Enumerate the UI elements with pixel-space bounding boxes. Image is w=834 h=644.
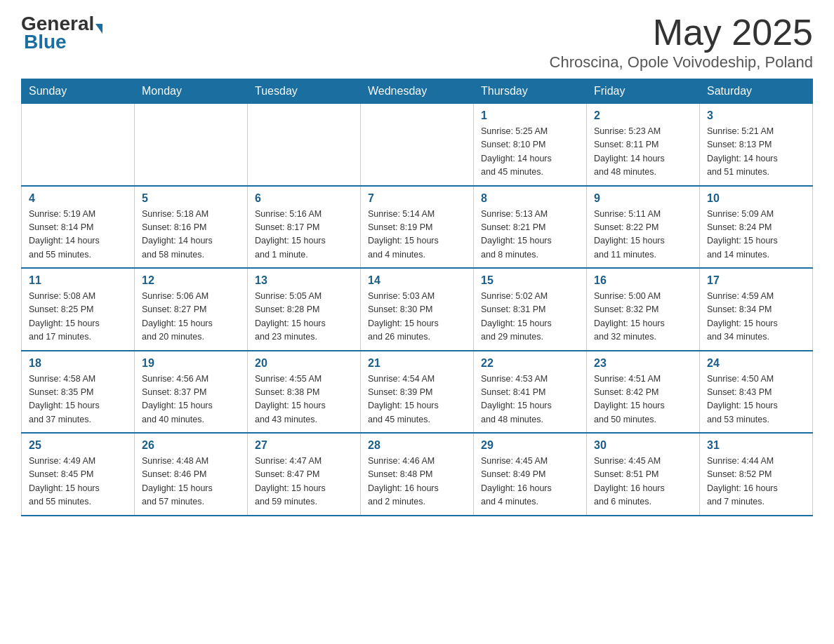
day-number: 5 [142, 192, 240, 205]
calendar-day-26: 26Sunrise: 4:48 AM Sunset: 8:46 PM Dayli… [135, 433, 248, 516]
day-info: Sunrise: 5:21 AM Sunset: 8:13 PM Dayligh… [707, 125, 805, 180]
day-number: 23 [594, 357, 692, 370]
column-header-tuesday: Tuesday [248, 79, 361, 104]
column-header-thursday: Thursday [474, 79, 587, 104]
day-info: Sunrise: 5:02 AM Sunset: 8:31 PM Dayligh… [481, 290, 579, 344]
calendar-day-13: 13Sunrise: 5:05 AM Sunset: 8:28 PM Dayli… [248, 268, 361, 351]
calendar-day-31: 31Sunrise: 4:44 AM Sunset: 8:52 PM Dayli… [700, 433, 813, 516]
day-info: Sunrise: 5:23 AM Sunset: 8:11 PM Dayligh… [594, 125, 692, 180]
logo-arrow-icon [95, 24, 102, 34]
day-number: 24 [707, 357, 805, 370]
calendar-day-16: 16Sunrise: 5:00 AM Sunset: 8:32 PM Dayli… [587, 268, 700, 351]
day-number: 19 [142, 357, 240, 370]
calendar-day-20: 20Sunrise: 4:55 AM Sunset: 8:38 PM Dayli… [248, 351, 361, 434]
day-info: Sunrise: 5:14 AM Sunset: 8:19 PM Dayligh… [368, 208, 466, 262]
calendar-table: SundayMondayTuesdayWednesdayThursdayFrid… [21, 79, 813, 516]
calendar-day-empty [248, 104, 361, 186]
day-number: 9 [594, 192, 692, 205]
day-number: 16 [594, 274, 692, 287]
calendar-day-29: 29Sunrise: 4:45 AM Sunset: 8:49 PM Dayli… [474, 433, 587, 516]
column-header-wednesday: Wednesday [361, 79, 474, 104]
calendar-day-5: 5Sunrise: 5:18 AM Sunset: 8:16 PM Daylig… [135, 186, 248, 269]
calendar-day-23: 23Sunrise: 4:51 AM Sunset: 8:42 PM Dayli… [587, 351, 700, 434]
day-number: 2 [594, 109, 692, 122]
calendar-week-row: 18Sunrise: 4:58 AM Sunset: 8:35 PM Dayli… [22, 351, 813, 434]
day-number: 15 [481, 274, 579, 287]
day-info: Sunrise: 4:55 AM Sunset: 8:38 PM Dayligh… [255, 373, 353, 427]
day-info: Sunrise: 5:06 AM Sunset: 8:27 PM Dayligh… [142, 290, 240, 344]
title-area: May 2025 Chroscina, Opole Voivodeship, P… [550, 14, 813, 72]
day-info: Sunrise: 4:48 AM Sunset: 8:46 PM Dayligh… [142, 455, 240, 509]
day-number: 22 [481, 357, 579, 370]
calendar-day-8: 8Sunrise: 5:13 AM Sunset: 8:21 PM Daylig… [474, 186, 587, 269]
day-info: Sunrise: 4:44 AM Sunset: 8:52 PM Dayligh… [707, 455, 805, 509]
calendar-day-11: 11Sunrise: 5:08 AM Sunset: 8:25 PM Dayli… [22, 268, 135, 351]
day-number: 29 [481, 439, 579, 452]
day-info: Sunrise: 5:11 AM Sunset: 8:22 PM Dayligh… [594, 208, 692, 262]
calendar-day-30: 30Sunrise: 4:45 AM Sunset: 8:51 PM Dayli… [587, 433, 700, 516]
day-info: Sunrise: 4:49 AM Sunset: 8:45 PM Dayligh… [29, 455, 127, 509]
calendar-day-empty [22, 104, 135, 186]
calendar-day-15: 15Sunrise: 5:02 AM Sunset: 8:31 PM Dayli… [474, 268, 587, 351]
day-number: 18 [29, 357, 127, 370]
day-info: Sunrise: 4:51 AM Sunset: 8:42 PM Dayligh… [594, 373, 692, 427]
day-number: 28 [368, 439, 466, 452]
logo-blue-text: Blue [24, 32, 67, 52]
day-number: 20 [255, 357, 353, 370]
day-number: 12 [142, 274, 240, 287]
calendar-day-14: 14Sunrise: 5:03 AM Sunset: 8:30 PM Dayli… [361, 268, 474, 351]
calendar-day-4: 4Sunrise: 5:19 AM Sunset: 8:14 PM Daylig… [22, 186, 135, 269]
day-info: Sunrise: 4:45 AM Sunset: 8:49 PM Dayligh… [481, 455, 579, 509]
day-number: 31 [707, 439, 805, 452]
column-header-monday: Monday [135, 79, 248, 104]
calendar-day-12: 12Sunrise: 5:06 AM Sunset: 8:27 PM Dayli… [135, 268, 248, 351]
day-info: Sunrise: 5:08 AM Sunset: 8:25 PM Dayligh… [29, 290, 127, 344]
calendar-day-27: 27Sunrise: 4:47 AM Sunset: 8:47 PM Dayli… [248, 433, 361, 516]
day-info: Sunrise: 5:19 AM Sunset: 8:14 PM Dayligh… [29, 208, 127, 262]
day-number: 1 [481, 109, 579, 122]
day-info: Sunrise: 4:56 AM Sunset: 8:37 PM Dayligh… [142, 373, 240, 427]
day-info: Sunrise: 4:59 AM Sunset: 8:34 PM Dayligh… [707, 290, 805, 344]
calendar-week-row: 4Sunrise: 5:19 AM Sunset: 8:14 PM Daylig… [22, 186, 813, 269]
day-number: 25 [29, 439, 127, 452]
page-header: General Blue May 2025 Chroscina, Opole V… [21, 14, 813, 72]
day-info: Sunrise: 5:09 AM Sunset: 8:24 PM Dayligh… [707, 208, 805, 262]
calendar-day-empty [135, 104, 248, 186]
day-number: 30 [594, 439, 692, 452]
day-number: 6 [255, 192, 353, 205]
calendar-day-22: 22Sunrise: 4:53 AM Sunset: 8:41 PM Dayli… [474, 351, 587, 434]
day-number: 17 [707, 274, 805, 287]
calendar-day-24: 24Sunrise: 4:50 AM Sunset: 8:43 PM Dayli… [700, 351, 813, 434]
day-info: Sunrise: 5:05 AM Sunset: 8:28 PM Dayligh… [255, 290, 353, 344]
day-number: 13 [255, 274, 353, 287]
calendar-week-row: 1Sunrise: 5:25 AM Sunset: 8:10 PM Daylig… [22, 104, 813, 186]
location-title: Chroscina, Opole Voivodeship, Poland [550, 53, 813, 72]
calendar-day-17: 17Sunrise: 4:59 AM Sunset: 8:34 PM Dayli… [700, 268, 813, 351]
calendar-day-9: 9Sunrise: 5:11 AM Sunset: 8:22 PM Daylig… [587, 186, 700, 269]
day-info: Sunrise: 5:13 AM Sunset: 8:21 PM Dayligh… [481, 208, 579, 262]
day-number: 14 [368, 274, 466, 287]
calendar-day-18: 18Sunrise: 4:58 AM Sunset: 8:35 PM Dayli… [22, 351, 135, 434]
calendar-day-10: 10Sunrise: 5:09 AM Sunset: 8:24 PM Dayli… [700, 186, 813, 269]
calendar-day-21: 21Sunrise: 4:54 AM Sunset: 8:39 PM Dayli… [361, 351, 474, 434]
day-number: 10 [707, 192, 805, 205]
column-header-saturday: Saturday [700, 79, 813, 104]
day-info: Sunrise: 5:16 AM Sunset: 8:17 PM Dayligh… [255, 208, 353, 262]
calendar-day-19: 19Sunrise: 4:56 AM Sunset: 8:37 PM Dayli… [135, 351, 248, 434]
column-header-friday: Friday [587, 79, 700, 104]
day-info: Sunrise: 4:58 AM Sunset: 8:35 PM Dayligh… [29, 373, 127, 427]
day-number: 8 [481, 192, 579, 205]
day-number: 11 [29, 274, 127, 287]
day-info: Sunrise: 4:45 AM Sunset: 8:51 PM Dayligh… [594, 455, 692, 509]
calendar-week-row: 25Sunrise: 4:49 AM Sunset: 8:45 PM Dayli… [22, 433, 813, 516]
calendar-header-row: SundayMondayTuesdayWednesdayThursdayFrid… [22, 79, 813, 104]
calendar-day-7: 7Sunrise: 5:14 AM Sunset: 8:19 PM Daylig… [361, 186, 474, 269]
day-number: 3 [707, 109, 805, 122]
day-info: Sunrise: 5:03 AM Sunset: 8:30 PM Dayligh… [368, 290, 466, 344]
logo: General Blue [21, 14, 102, 52]
day-info: Sunrise: 5:00 AM Sunset: 8:32 PM Dayligh… [594, 290, 692, 344]
month-title: May 2025 [550, 14, 813, 51]
day-number: 21 [368, 357, 466, 370]
day-info: Sunrise: 4:47 AM Sunset: 8:47 PM Dayligh… [255, 455, 353, 509]
day-info: Sunrise: 5:25 AM Sunset: 8:10 PM Dayligh… [481, 125, 579, 180]
